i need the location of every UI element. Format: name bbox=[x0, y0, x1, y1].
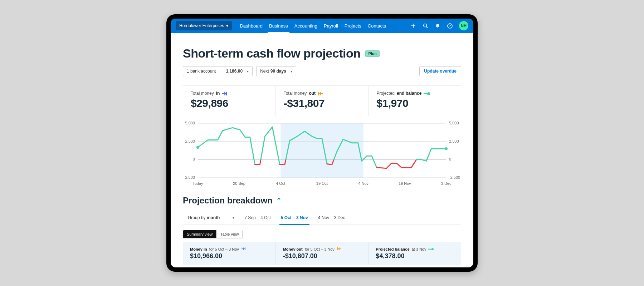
nav-business[interactable]: Business bbox=[269, 19, 288, 33]
svg-text:-2,500: -2,500 bbox=[184, 175, 195, 179]
range-dropdown[interactable]: Next 90 days bbox=[256, 66, 296, 76]
org-switcher[interactable]: Hornblower Enterprises ▾ bbox=[176, 21, 232, 30]
search-icon[interactable] bbox=[423, 23, 428, 29]
money-in-icon bbox=[241, 247, 246, 251]
period-tab-0[interactable]: 7 Sep – 4 Oct bbox=[244, 211, 270, 225]
svg-text:19 Oct: 19 Oct bbox=[316, 181, 328, 186]
chevron-down-icon: ▾ bbox=[233, 216, 234, 220]
svg-rect-5 bbox=[280, 123, 363, 178]
nav-payroll[interactable]: Payroll bbox=[324, 19, 338, 33]
chevron-down-icon bbox=[289, 69, 292, 74]
view-toggle: Summary view Table view bbox=[183, 230, 461, 238]
svg-text:2,500: 2,500 bbox=[185, 139, 195, 143]
account-dropdown[interactable]: 1 bank account 1,186.00 bbox=[183, 66, 253, 76]
money-out-icon bbox=[337, 247, 342, 251]
breakdown-cards: Money in for 5 Oct – 3 Nov $10,966.00 Mo… bbox=[183, 242, 461, 265]
breakdown-tabs-row: Group by month ▾ 7 Sep – 4 Oct 5 Oct – 3… bbox=[183, 211, 461, 225]
range-dropdown-prefix: Next bbox=[260, 69, 269, 74]
period-tab-2[interactable]: 4 Nov – 3 Dec bbox=[318, 211, 345, 225]
svg-text:5,000: 5,000 bbox=[185, 121, 195, 125]
chevron-down-icon: ▾ bbox=[226, 23, 228, 28]
svg-point-18 bbox=[196, 146, 199, 149]
breakdown-money-out-value: -$10,807.00 bbox=[283, 252, 361, 260]
cashflow-chart[interactable]: 5,0005,0002,5002,50000-2,500-2,500Today2… bbox=[183, 120, 461, 188]
svg-text:-2,500: -2,500 bbox=[449, 175, 460, 179]
summary-view-button[interactable]: Summary view bbox=[183, 230, 216, 238]
account-dropdown-value: 1,186.00 bbox=[226, 69, 243, 74]
money-in-icon bbox=[222, 91, 228, 96]
balance-icon bbox=[428, 247, 434, 251]
groupby-dropdown[interactable]: Group by month ▾ bbox=[188, 215, 234, 220]
svg-text:19 Nov: 19 Nov bbox=[399, 181, 411, 186]
controls-row: 1 bank account 1,186.00 Next 90 days Upd… bbox=[183, 66, 461, 76]
nav-contacts[interactable]: Contacts bbox=[368, 19, 386, 33]
nav-right: ? NH bbox=[410, 21, 468, 30]
svg-text:5,000: 5,000 bbox=[449, 121, 459, 125]
period-tab-1[interactable]: 5 Oct – 3 Nov bbox=[281, 211, 308, 225]
svg-text:4 Oct: 4 Oct bbox=[276, 181, 285, 186]
summary-cards: Total money in $29,896 Total money out -… bbox=[183, 85, 461, 116]
help-icon[interactable]: ? bbox=[447, 23, 453, 29]
avatar[interactable]: NH bbox=[459, 21, 468, 30]
svg-point-4 bbox=[427, 92, 430, 95]
money-out-icon bbox=[318, 91, 323, 96]
top-navigation: Hornblower Enterprises ▾ Dashboard Busin… bbox=[171, 19, 473, 33]
svg-text:?: ? bbox=[449, 24, 450, 28]
nav-projects[interactable]: Projects bbox=[345, 19, 361, 33]
breakdown-projected-balance-value: $4,378.00 bbox=[376, 252, 454, 260]
summary-money-out: Total money out -$31,807 bbox=[276, 86, 369, 116]
breakdown-projected-balance: Projected balance at 3 Nov $4,378.00 bbox=[368, 242, 461, 265]
summary-end-balance: Projected end balance $1,970 bbox=[369, 86, 461, 116]
nav-dashboard[interactable]: Dashboard bbox=[240, 19, 263, 33]
account-dropdown-label: 1 bank account bbox=[187, 69, 216, 74]
page-title: Short-term cash flow projection bbox=[183, 46, 360, 60]
plus-badge: Plus bbox=[365, 50, 379, 57]
svg-text:3 Dec: 3 Dec bbox=[441, 181, 452, 186]
svg-text:Today: Today bbox=[192, 181, 203, 186]
nav-accounting[interactable]: Accounting bbox=[294, 19, 317, 33]
plus-icon[interactable] bbox=[410, 23, 416, 29]
breakdown-money-out: Money out for 5 Oct – 3 Nov -$10,807.00 bbox=[275, 242, 369, 265]
summary-money-out-value: -$31,807 bbox=[284, 97, 361, 109]
svg-point-28 bbox=[431, 248, 434, 250]
breakdown-money-in: Money in for 5 Oct – 3 Nov $10,966.00 bbox=[183, 242, 275, 265]
chevron-up-icon: ⌃ bbox=[276, 197, 282, 204]
bell-icon[interactable] bbox=[435, 23, 440, 29]
table-view-button[interactable]: Table view bbox=[216, 230, 243, 238]
balance-icon bbox=[424, 91, 430, 96]
page-content: Short-term cash flow projection Plus 1 b… bbox=[171, 33, 473, 267]
page-title-row: Short-term cash flow projection Plus bbox=[183, 46, 461, 60]
range-dropdown-value: 90 days bbox=[270, 69, 286, 74]
svg-text:4 Nov: 4 Nov bbox=[358, 181, 369, 186]
breakdown-money-in-value: $10,966.00 bbox=[190, 252, 268, 260]
svg-text:20 Sep: 20 Sep bbox=[233, 181, 245, 186]
summary-money-in: Total money in $29,896 bbox=[183, 86, 276, 116]
summary-end-balance-value: $1,970 bbox=[376, 97, 453, 109]
breakdown-toggle[interactable]: Projection breakdown ⌃ bbox=[183, 196, 461, 206]
svg-text:2,500: 2,500 bbox=[449, 139, 459, 143]
org-name: Hornblower Enterprises bbox=[179, 23, 224, 28]
update-overdue-button[interactable]: Update overdue bbox=[419, 66, 461, 76]
svg-text:0: 0 bbox=[193, 157, 195, 161]
svg-text:0: 0 bbox=[449, 157, 451, 161]
nav-links: Dashboard Business Accounting Payroll Pr… bbox=[240, 19, 386, 33]
svg-point-19 bbox=[445, 147, 448, 150]
summary-money-in-value: $29,896 bbox=[191, 97, 268, 109]
chevron-down-icon bbox=[245, 69, 249, 74]
